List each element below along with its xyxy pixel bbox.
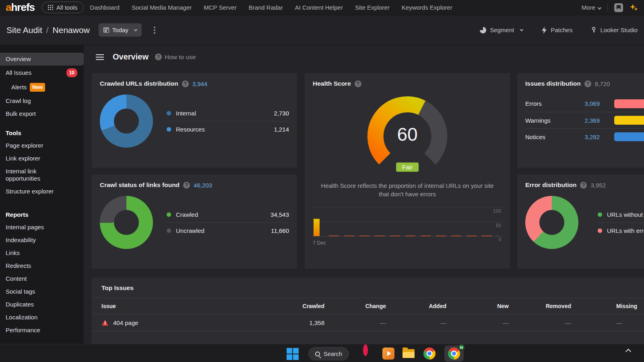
how-to-use-link[interactable]: ? How to use	[155, 53, 196, 61]
bookmark-icon[interactable]	[614, 3, 623, 12]
segment-button[interactable]: Segment	[480, 27, 523, 33]
sidebar-label: Internal pages	[6, 224, 44, 231]
sidebar-item-indexability[interactable]: Indexability	[0, 234, 84, 247]
errors-bar	[614, 99, 644, 108]
how-to-use-label: How to use	[165, 53, 196, 61]
lightning-icon	[541, 27, 547, 34]
col-crawled[interactable]: Crawled	[277, 303, 325, 309]
col-added[interactable]: Added	[387, 303, 447, 309]
card-title: Crawl status of links found	[100, 181, 180, 189]
crawl-status-donut-chart	[100, 196, 153, 249]
ai-sparkles-icon[interactable]	[630, 3, 638, 12]
sidebar-item-duplicates[interactable]: Duplicates	[0, 298, 84, 311]
col-new[interactable]: New	[447, 303, 510, 309]
legend-value: 1,214	[274, 126, 289, 133]
top-issues-title: Top Issues	[92, 278, 644, 298]
nav-more[interactable]: More	[582, 4, 601, 11]
col-issue[interactable]: Issue	[92, 303, 277, 309]
table-row-404-page[interactable]: 404 page 1,358 — — — — —	[92, 314, 644, 331]
taskbar-search[interactable]: Search	[308, 347, 349, 360]
nav-dashboard[interactable]: Dashboard	[90, 4, 120, 11]
sidebar-label: Link explorer	[6, 155, 40, 162]
taskbar-file-explorer-icon[interactable]	[402, 347, 415, 358]
help-icon[interactable]: ?	[584, 80, 591, 87]
issues-label: Errors	[525, 100, 570, 107]
cell-crawled: 1,358	[277, 319, 325, 326]
windows-start-button[interactable]	[287, 348, 299, 360]
legend-dot	[167, 111, 171, 115]
card-title: Crawled URLs distribution	[100, 80, 178, 87]
sidebar-item-links[interactable]: Links	[0, 247, 84, 259]
kebab-menu[interactable]	[154, 27, 155, 28]
issues-count-link[interactable]: 2,369	[570, 117, 600, 124]
nav-keywords-explorer[interactable]: Keywords Explorer	[402, 4, 452, 11]
chevron-down-icon	[134, 28, 137, 31]
page-title: Overview	[113, 52, 149, 62]
sidebar-item-performance[interactable]: Performance	[0, 324, 84, 337]
breadcrumb-section[interactable]: Site Audit	[6, 25, 42, 35]
health-score-gauge: 60 Fair	[361, 92, 454, 177]
col-change[interactable]: Change	[325, 303, 387, 309]
xtick-7-dec: 7 Dec	[313, 240, 326, 246]
issues-count-link[interactable]: 3,069	[570, 100, 600, 107]
issue-name-link[interactable]: 404 page	[113, 319, 138, 326]
sidebar-item-internal-link-opportunities[interactable]: Internal link opportunities	[0, 165, 68, 185]
ytick-0: 0	[498, 237, 501, 243]
nav-brand-radar[interactable]: Brand Radar	[249, 4, 283, 11]
help-icon[interactable]: ?	[580, 182, 587, 189]
crawled-urls-total[interactable]: 3,944	[192, 80, 208, 87]
col-removed[interactable]: Removed	[510, 303, 572, 309]
patches-button[interactable]: Patches	[541, 27, 572, 34]
errors-total: 3,952	[590, 182, 606, 189]
divider	[607, 4, 608, 12]
ahrefs-logo[interactable]: ahrefs	[6, 1, 35, 14]
date-range-button[interactable]: Today	[99, 23, 142, 37]
nav-items: Dashboard Social Media Manager MCP Serve…	[90, 4, 452, 11]
legend-dot	[598, 228, 602, 233]
nav-social-media-manager[interactable]: Social Media Manager	[132, 4, 192, 11]
sidebar-item-page-explorer[interactable]: Page explorer	[0, 139, 84, 152]
sidebar-item-all-issues[interactable]: All Issues10	[0, 66, 84, 80]
card-health-score: Health Score ? 60 Fair	[305, 73, 510, 269]
issues-count-link[interactable]: 3,282	[570, 134, 600, 140]
sidebar-item-link-explorer[interactable]: Link explorer	[0, 152, 84, 165]
links-found-total[interactable]: 46,203	[194, 182, 212, 189]
issues-row-errors: Errors 3,069	[525, 95, 644, 112]
all-tools-button[interactable]: All tools	[42, 2, 84, 13]
sidebar-item-bulk-export[interactable]: Bulk export	[0, 107, 84, 120]
sidebar-item-structure-explorer[interactable]: Structure explorer	[0, 185, 84, 198]
sidebar-item-crawl-log[interactable]: Crawl log	[0, 95, 84, 107]
breadcrumb-project[interactable]: Nenawow	[53, 25, 90, 35]
taskbar-chrome-profile-active[interactable]: N	[444, 346, 464, 362]
sidebar-item-overview[interactable]: Overview	[0, 53, 84, 66]
card-title: Error distribution	[525, 181, 576, 189]
help-icon[interactable]: ?	[355, 80, 361, 87]
issues-row-notices: Notices 3,282	[525, 128, 644, 145]
sidebar-item-redirects[interactable]: Redirects	[0, 259, 84, 272]
notices-bar	[614, 132, 644, 141]
help-icon[interactable]: ?	[182, 80, 189, 87]
tray-overflow-chevron[interactable]	[626, 346, 630, 354]
sidebar-item-social-tags[interactable]: Social tags	[0, 285, 84, 298]
nav-site-explorer[interactable]: Site Explorer	[355, 4, 390, 11]
legend-dot	[598, 212, 602, 217]
nav-ai-content-helper[interactable]: AI Content Helper	[295, 4, 343, 11]
sidebar-item-alerts[interactable]: AlertsNew	[0, 80, 84, 95]
card-top-issues: Top Issues Issue Crawled Change Added Ne…	[92, 278, 644, 344]
health-score-value: 60	[361, 123, 454, 145]
sidebar-item-internal-pages[interactable]: Internal pages	[0, 221, 84, 234]
hamburger-icon[interactable]	[96, 54, 104, 60]
nav-mcp-server[interactable]: MCP Server	[204, 4, 236, 11]
taskbar-chrome-icon[interactable]	[423, 348, 436, 360]
opera-icon	[363, 344, 368, 356]
looker-studio-button[interactable]: Looker Studio	[591, 27, 638, 34]
taskbar-opera-icon[interactable]	[363, 347, 368, 354]
col-missing[interactable]: Missing	[572, 303, 644, 309]
top-issues-header-row: Issue Crawled Change Added New Removed M…	[92, 298, 644, 314]
error-distribution-donut-chart	[525, 196, 578, 249]
sidebar-item-content[interactable]: Content	[0, 272, 84, 285]
taskbar-media-player-icon[interactable]	[382, 348, 394, 360]
help-icon[interactable]: ?	[183, 182, 190, 189]
legend-dot	[167, 127, 171, 132]
sidebar-item-localization[interactable]: Localization	[0, 311, 84, 324]
